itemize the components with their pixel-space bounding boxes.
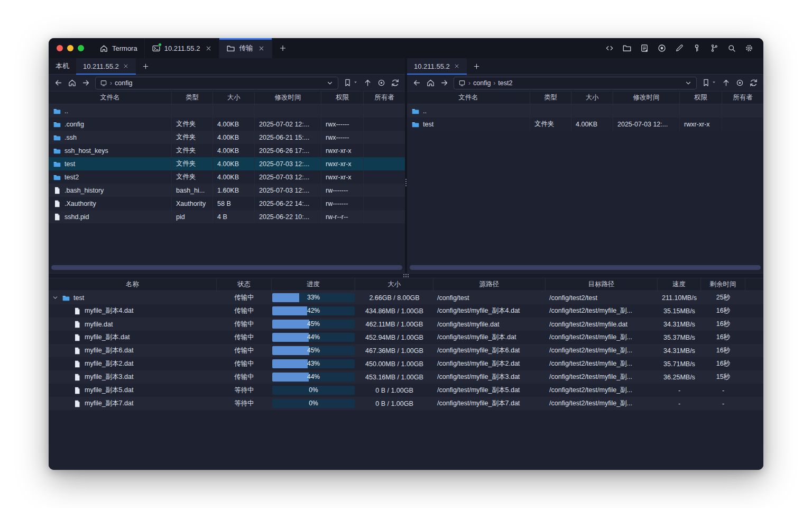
bookmark-caret[interactable] <box>711 79 717 87</box>
column-header[interactable]: 所有者 <box>722 92 763 104</box>
column-header[interactable]: 进度 <box>272 278 355 291</box>
path-dropdown-button[interactable] <box>326 79 334 87</box>
show-hidden-button[interactable] <box>377 78 386 87</box>
file-row[interactable]: sshd.pid pid 4 B 2025-06-22 10:... rw-r-… <box>49 210 405 223</box>
key-button[interactable] <box>690 42 703 55</box>
file-row[interactable]: .Xauthority Xauthority 58 B 2025-06-22 1… <box>49 197 405 210</box>
back-button[interactable] <box>54 78 63 87</box>
file-perm-cell: rwxr-xr-x <box>321 144 364 157</box>
minimize-window-button[interactable] <box>67 45 73 51</box>
file-row[interactable]: .config 文件夹 4.00KB 2025-07-02 12:... rwx… <box>49 117 405 131</box>
log-button[interactable] <box>638 42 651 55</box>
transfer-splitter[interactable] <box>49 273 763 278</box>
forward-button[interactable] <box>81 78 90 87</box>
breadcrumb-separator: › <box>468 79 470 87</box>
titlebar-tab-termora[interactable]: Termora <box>93 38 145 58</box>
record-button[interactable] <box>656 42 668 55</box>
column-header[interactable]: 类型 <box>530 92 571 104</box>
titlebar-tab-transfer[interactable]: 传输 <box>219 38 272 58</box>
code-button[interactable] <box>603 42 616 55</box>
transfer-row[interactable]: myfile_副本3.dat 传输中 44% 453.16MB / 1.00GB… <box>49 370 763 384</box>
file-row[interactable]: .bash_history bash_hi... 1.60KB 2025-07-… <box>49 184 405 197</box>
forward-button[interactable] <box>440 78 449 87</box>
column-header[interactable]: 修改时间 <box>613 92 680 104</box>
panel-tab-10.211.55.2[interactable]: 10.211.55.2 <box>76 58 136 74</box>
bookmark-button[interactable] <box>702 78 717 87</box>
breadcrumb-segment[interactable]: test2 <box>498 79 512 87</box>
file-row[interactable]: test 文件夹 4.00KB 2025-07-03 12:... rwxr-x… <box>49 157 405 170</box>
column-header[interactable]: 速度 <box>658 278 701 291</box>
close-window-button[interactable] <box>57 45 63 51</box>
close-tab-button[interactable] <box>205 45 212 52</box>
path-breadcrumb[interactable]: › config › test2 <box>454 77 697 89</box>
back-button[interactable] <box>412 78 421 87</box>
pencil-button[interactable] <box>673 42 686 55</box>
close-tab-button[interactable] <box>258 45 265 52</box>
transfer-row[interactable]: myfile_副本.dat 传输中 44% 452.94MB / 1.00GB … <box>49 331 763 344</box>
path-dropdown-button[interactable] <box>685 79 692 87</box>
refresh-button[interactable] <box>749 78 758 87</box>
folder-o-button[interactable] <box>621 42 633 55</box>
file-row[interactable]: .ssh 文件夹 4.00KB 2025-06-21 15:... rwx---… <box>49 131 405 144</box>
show-hidden-button[interactable] <box>735 78 744 87</box>
transfer-row[interactable]: myfile_副本4.dat 传输中 42% 434.86MB / 1.00GB… <box>49 304 763 318</box>
file-row[interactable]: .. <box>49 104 405 117</box>
horizontal-scrollbar[interactable] <box>410 265 761 270</box>
column-header[interactable]: 目标路径 <box>546 278 658 291</box>
horizontal-scrollbar[interactable] <box>51 265 402 270</box>
column-header[interactable]: 权限 <box>321 92 364 104</box>
transfer-row[interactable]: myfile_副本6.dat 传输中 45% 467.36MB / 1.00GB… <box>49 344 763 357</box>
column-header[interactable]: 状态 <box>217 278 272 291</box>
transfer-row[interactable]: myfile_副本5.dat 等待中 0% 0 B / 1.00GB /conf… <box>49 384 763 397</box>
column-header[interactable]: 大小 <box>355 278 433 291</box>
back-icon <box>54 78 63 87</box>
parent-directory-button[interactable] <box>363 78 372 87</box>
new-panel-tab-button[interactable] <box>467 58 486 74</box>
transfer-row[interactable]: myfile.dat 传输中 45% 462.11MB / 1.00GB /co… <box>49 318 763 331</box>
file-row[interactable]: test2 文件夹 4.00KB 2025-07-03 12:... rwxr-… <box>49 170 405 184</box>
column-header[interactable]: 类型 <box>172 92 213 104</box>
panel-tab-本机[interactable]: 本机 <box>49 58 76 74</box>
column-header[interactable]: 剩余时间 <box>701 278 745 291</box>
close-tab-button[interactable] <box>123 63 129 69</box>
column-header[interactable]: 大小 <box>571 92 613 104</box>
column-header[interactable]: 文件名 <box>49 92 172 104</box>
breadcrumb-segment[interactable]: config <box>473 79 491 87</box>
parent-directory-button[interactable] <box>722 78 731 87</box>
zoom-window-button[interactable] <box>78 45 84 51</box>
panel-tab-10.211.55.2[interactable]: 10.211.55.2 <box>407 58 467 74</box>
file-row[interactable]: test 文件夹 4.00KB 2025-07-03 12:... rwxr-x… <box>407 117 763 131</box>
collapse-button[interactable] <box>52 294 59 301</box>
column-header[interactable]: 所有者 <box>364 92 405 104</box>
column-header[interactable]: 修改时间 <box>255 92 321 104</box>
file-icon <box>73 360 81 368</box>
column-header[interactable]: 权限 <box>680 92 722 104</box>
column-header[interactable]: 文件名 <box>407 92 530 104</box>
gear-button[interactable] <box>743 42 755 55</box>
caret-down-icon <box>353 79 358 85</box>
column-header[interactable]: 大小 <box>213 92 255 104</box>
titlebar-tab-host[interactable]: 10.211.55.2 <box>145 38 220 58</box>
file-row[interactable]: .. <box>407 104 763 117</box>
close-tab-button[interactable] <box>454 63 460 69</box>
file-row[interactable]: ssh_host_keys 文件夹 4.00KB 2025-06-26 17:.… <box>49 144 405 157</box>
transfer-row[interactable]: myfile_副本2.dat 传输中 43% 450.00MB / 1.00GB… <box>49 357 763 370</box>
search-button[interactable] <box>725 42 738 55</box>
path-breadcrumb[interactable]: › config <box>95 77 338 89</box>
breadcrumb-segment[interactable]: config <box>115 79 132 87</box>
file-perm-cell: rw------- <box>321 184 364 197</box>
column-header[interactable]: 名称 <box>49 278 217 291</box>
branch-button[interactable] <box>708 42 721 55</box>
refresh-button[interactable] <box>391 78 400 87</box>
bookmark-button[interactable] <box>343 78 358 87</box>
transfer-row[interactable]: myfile_副本7.dat 等待中 0% 0 B / 1.00GB /conf… <box>49 397 763 410</box>
home-button[interactable] <box>68 78 77 87</box>
bookmark-caret[interactable] <box>353 79 358 87</box>
column-header[interactable]: 源路径 <box>433 278 546 291</box>
traffic-lights <box>49 38 93 58</box>
home-button[interactable] <box>426 78 435 87</box>
transfer-row[interactable]: test 传输中 33% 2.66GB / 8.00GB /config/tes… <box>49 291 763 304</box>
new-panel-tab-button[interactable] <box>136 58 155 74</box>
new-tab-button[interactable] <box>272 38 293 58</box>
file-owner-cell <box>722 104 763 117</box>
